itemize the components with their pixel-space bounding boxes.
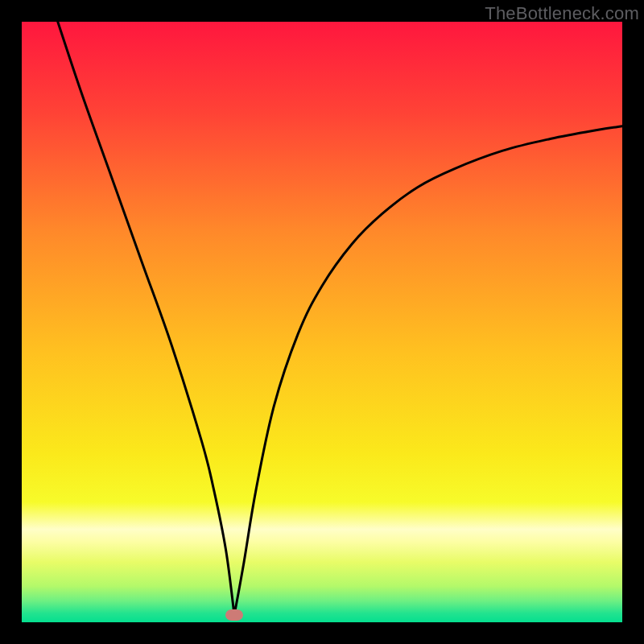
plot-area: [22, 22, 622, 622]
chart-canvas: TheBottleneck.com: [0, 0, 644, 644]
bottleneck-curve: [22, 22, 622, 622]
optimal-marker: [225, 609, 243, 621]
watermark-text: TheBottleneck.com: [485, 3, 639, 24]
